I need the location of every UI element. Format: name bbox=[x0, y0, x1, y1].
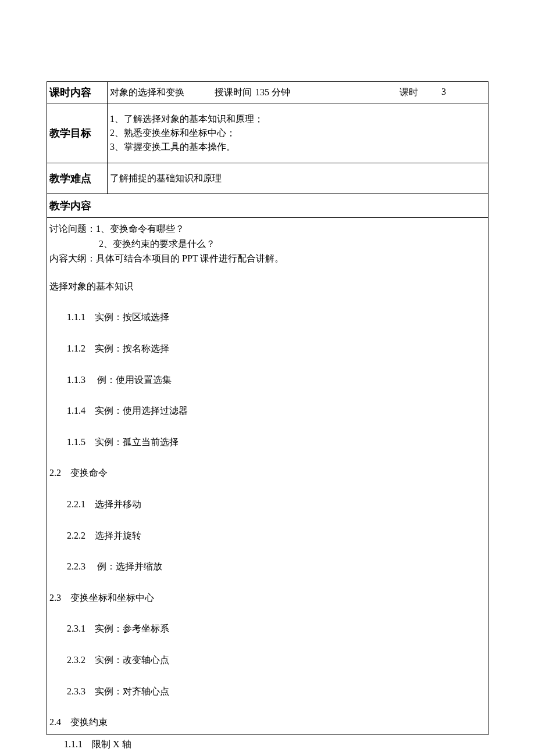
outline-item: 1.1.4 实例：使用选择过滤器 bbox=[67, 403, 486, 418]
item-text: 实例：改变轴心点 bbox=[95, 655, 169, 665]
cell-content-body: 讨论问题：1、变换命令有哪些？ 2、变换约束的要求是什么？ 内容大纲：具体可结合… bbox=[47, 218, 488, 735]
discussion-line-2: 2、变换约束的要求是什么？ bbox=[99, 237, 486, 252]
lesson-plan-table: 课时内容 对象的选择和变换 授课时间 135 分钟 课时 3 教学目标 1、了解… bbox=[47, 81, 488, 735]
outline-item: 2.2.1 选择并移动 bbox=[67, 497, 486, 512]
row-content-heading: 教学内容 bbox=[47, 194, 488, 218]
item-num: 1.1.3 bbox=[67, 372, 85, 388]
outline-item: 1.1.5 实例：孤立当前选择 bbox=[67, 435, 486, 450]
period-value: 3 bbox=[441, 87, 465, 99]
item-num: 2.3.1 bbox=[67, 621, 85, 636]
item-text: 实例：按名称选择 bbox=[95, 343, 169, 353]
item-num: 1.1.2 bbox=[67, 341, 85, 356]
item-text: 例：选择并缩放 bbox=[95, 561, 162, 571]
label-objectives: 教学目标 bbox=[49, 127, 91, 139]
outline-item: 2.2.3 例：选择并缩放 bbox=[67, 559, 486, 574]
section-3-heading: 2.3 变换坐标和坐标中心 bbox=[49, 590, 486, 605]
item-num: 1.1.5 bbox=[67, 435, 85, 450]
label-difficulty: 教学难点 bbox=[49, 173, 91, 184]
time-value: 135 分钟 bbox=[255, 87, 316, 99]
item-num: 1.1.1 bbox=[64, 739, 83, 750]
outline-item: 1.1.3 例：使用设置选集 bbox=[67, 372, 486, 388]
item-text: 实例：使用选择过滤器 bbox=[95, 406, 188, 415]
objective-item: 3、掌握变换工具的基本操作。 bbox=[110, 140, 486, 154]
cell-label-difficulty: 教学难点 bbox=[47, 163, 108, 194]
difficulty-text: 了解捕捉的基础知识和原理 bbox=[110, 173, 222, 183]
outline-note: 内容大纲：具体可结合本项目的 PPT 课件进行配合讲解。 bbox=[49, 251, 486, 266]
item-num: 1.1.4 bbox=[67, 403, 85, 418]
item-num: 2.3.2 bbox=[67, 653, 85, 668]
item-text: 实例：孤立当前选择 bbox=[95, 437, 179, 447]
cell-content-value: 对象的选择和变换 授课时间 135 分钟 课时 3 bbox=[108, 82, 488, 103]
content-heading: 教学内容 bbox=[49, 198, 486, 214]
row-objectives: 教学目标 1、了解选择对象的基本知识和原理； 2、熟悉变换坐标和坐标中心； 3、… bbox=[47, 103, 488, 163]
row-content-body: 讨论问题：1、变换命令有哪些？ 2、变换约束的要求是什么？ 内容大纲：具体可结合… bbox=[47, 218, 488, 735]
document-page: 课时内容 对象的选择和变换 授课时间 135 分钟 课时 3 教学目标 1、了解… bbox=[0, 0, 535, 756]
item-text: 选择并旋转 bbox=[95, 531, 141, 540]
section-4-heading: 2.4 变换约束 bbox=[49, 715, 486, 730]
row-lesson-content: 课时内容 对象的选择和变换 授课时间 135 分钟 课时 3 bbox=[47, 82, 488, 103]
discussion-line-1: 讨论问题：1、变换命令有哪些？ bbox=[49, 221, 486, 237]
item-num: 2.2.1 bbox=[67, 497, 85, 512]
section-2-heading: 2.2 变换命令 bbox=[49, 465, 486, 481]
cell-label-objectives: 教学目标 bbox=[47, 103, 108, 163]
item-num: 1.1.1 bbox=[67, 310, 85, 325]
after-table-item: 1.1.1 限制 X 轴 bbox=[64, 739, 488, 751]
row1-columns: 对象的选择和变换 授课时间 135 分钟 课时 3 bbox=[110, 87, 486, 99]
objective-item: 1、了解选择对象的基本知识和原理； bbox=[110, 112, 486, 126]
cell-label-content: 课时内容 bbox=[47, 82, 108, 103]
item-text: 实例：参考坐标系 bbox=[95, 624, 169, 633]
item-text: 限制 X 轴 bbox=[92, 739, 131, 749]
item-text: 实例：对齐轴心点 bbox=[95, 686, 169, 696]
item-num: 2.3.3 bbox=[67, 684, 85, 699]
outline-item: 2.3.3 实例：对齐轴心点 bbox=[67, 684, 486, 699]
item-num: 2.2.2 bbox=[67, 528, 85, 543]
row-difficulty: 教学难点 了解捕捉的基础知识和原理 bbox=[47, 163, 488, 194]
section-1-heading: 选择对象的基本知识 bbox=[49, 279, 486, 294]
item-text: 例：使用设置选集 bbox=[95, 375, 172, 385]
content-body: 讨论问题：1、变换命令有哪些？ 2、变换约束的要求是什么？ 内容大纲：具体可结合… bbox=[49, 221, 486, 730]
period-label: 课时 bbox=[316, 87, 441, 99]
objective-item: 2、熟悉变换坐标和坐标中心； bbox=[110, 126, 486, 140]
time-label: 授课时间 bbox=[215, 87, 255, 99]
objectives-list: 1、了解选择对象的基本知识和原理； 2、熟悉变换坐标和坐标中心； 3、掌握变换工… bbox=[110, 112, 486, 154]
lesson-title: 对象的选择和变换 bbox=[110, 87, 215, 99]
outline-item: 2.2.2 选择并旋转 bbox=[67, 528, 486, 543]
cell-objectives-value: 1、了解选择对象的基本知识和原理； 2、熟悉变换坐标和坐标中心； 3、掌握变换工… bbox=[108, 103, 488, 163]
outline-item: 1.1.1 实例：按区域选择 bbox=[67, 310, 486, 325]
item-text: 选择并移动 bbox=[95, 499, 141, 509]
cell-content-heading: 教学内容 bbox=[47, 194, 488, 218]
item-num: 2.2.3 bbox=[67, 559, 85, 574]
outline-item: 1.1.2 实例：按名称选择 bbox=[67, 341, 486, 356]
item-text: 实例：按区域选择 bbox=[95, 312, 169, 322]
outline-item: 2.3.2 实例：改变轴心点 bbox=[67, 653, 486, 668]
outline-item: 2.3.1 实例：参考坐标系 bbox=[67, 621, 486, 636]
label-content: 课时内容 bbox=[49, 87, 91, 98]
cell-difficulty-value: 了解捕捉的基础知识和原理 bbox=[108, 163, 488, 194]
